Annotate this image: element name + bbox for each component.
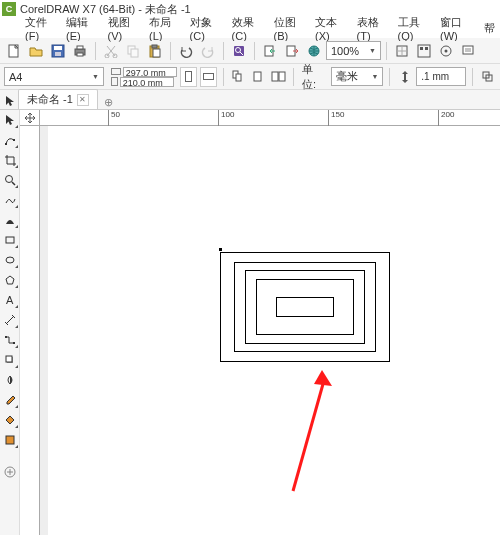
export-button[interactable]	[282, 41, 302, 61]
copy-button[interactable]	[123, 41, 143, 61]
separator	[223, 42, 224, 60]
menu-tools[interactable]: 工具(Q)	[393, 13, 433, 44]
interactive-fill-tool[interactable]	[2, 412, 18, 428]
separator	[472, 68, 473, 86]
canvas-area[interactable]: 50 100 150 200	[20, 110, 500, 535]
svg-point-43	[6, 257, 14, 263]
facing-pages-icon[interactable]	[270, 68, 287, 86]
paper-size-value: A4	[9, 71, 22, 83]
undo-button[interactable]	[176, 41, 196, 61]
selection-handle[interactable]	[219, 248, 222, 251]
menu-help[interactable]: 帮	[479, 19, 500, 38]
transparency-tool[interactable]	[2, 372, 18, 388]
freehand-tool[interactable]	[2, 192, 18, 208]
menu-bar: 文件(F) 编辑(E) 视图(V) 布局(L) 对象(C) 效果(C) 位图(B…	[0, 18, 500, 38]
tab-label: 未命名 -1	[27, 92, 73, 107]
menu-effects[interactable]: 效果(C)	[227, 13, 267, 44]
drawn-objects[interactable]	[220, 252, 390, 362]
tab-close-button[interactable]: ✕	[77, 94, 89, 106]
rectangle-inner[interactable]	[276, 297, 334, 317]
ruler-tick: 150	[328, 110, 344, 126]
zoom-value: 100%	[331, 45, 359, 57]
publish-button[interactable]	[304, 41, 324, 61]
smart-fill-tool[interactable]	[2, 432, 18, 448]
parallel-dimension-tool[interactable]	[2, 312, 18, 328]
separator	[254, 42, 255, 60]
drawing-page[interactable]	[48, 126, 500, 535]
svg-rect-51	[6, 356, 12, 362]
svg-rect-2	[54, 46, 62, 50]
menu-window[interactable]: 窗口(W)	[435, 13, 477, 44]
svg-rect-6	[77, 53, 83, 56]
color-eyedropper-tool[interactable]	[2, 392, 18, 408]
save-button[interactable]	[48, 41, 68, 61]
print-button[interactable]	[70, 41, 90, 61]
zoom-tool[interactable]	[2, 172, 18, 188]
new-button[interactable]	[4, 41, 24, 61]
shape-tool[interactable]	[2, 132, 18, 148]
search-button[interactable]	[229, 41, 249, 61]
redo-button[interactable]	[198, 41, 218, 61]
vertical-ruler[interactable]	[20, 126, 40, 535]
paper-size-dropdown[interactable]: A4▼	[4, 67, 104, 86]
paste-button[interactable]	[145, 41, 165, 61]
import-button[interactable]	[260, 41, 280, 61]
open-button[interactable]	[26, 41, 46, 61]
separator	[170, 42, 171, 60]
svg-rect-38	[5, 143, 7, 145]
cut-button[interactable]	[101, 41, 121, 61]
svg-text:A: A	[6, 294, 14, 306]
svg-line-58	[293, 384, 323, 491]
svg-line-45	[6, 316, 14, 324]
separator	[95, 42, 96, 60]
launch-button[interactable]	[436, 41, 456, 61]
svg-rect-13	[153, 49, 160, 57]
snap-button[interactable]	[392, 41, 412, 61]
toolbox: A	[0, 110, 20, 535]
menu-table[interactable]: 表格(T)	[352, 13, 391, 44]
quick-customize-button[interactable]	[2, 464, 18, 480]
svg-marker-59	[314, 370, 332, 386]
width-icon	[111, 68, 121, 75]
text-tool[interactable]: A	[2, 292, 18, 308]
portrait-button[interactable]	[180, 67, 197, 87]
artistic-media-tool[interactable]	[2, 212, 18, 228]
svg-rect-39	[13, 139, 15, 141]
menu-object[interactable]: 对象(C)	[185, 13, 225, 44]
separator	[386, 42, 387, 60]
document-tab[interactable]: 未命名 -1 ✕	[18, 89, 98, 109]
add-tab-button[interactable]: ⊕	[102, 95, 116, 109]
zoom-field[interactable]: 100%▼	[326, 41, 381, 60]
polygon-tool[interactable]	[2, 272, 18, 288]
menu-view[interactable]: 视图(V)	[103, 13, 143, 44]
units-dropdown[interactable]: 毫米▼	[331, 67, 384, 86]
page-height-field[interactable]: 210.0 mm	[120, 77, 174, 87]
ellipse-tool[interactable]	[2, 252, 18, 268]
ruler-origin[interactable]	[20, 110, 40, 126]
menu-layout[interactable]: 布局(L)	[144, 13, 183, 44]
menu-edit[interactable]: 编辑(E)	[61, 13, 101, 44]
workspace: A 50 100 150 200	[0, 110, 500, 535]
rectangle-tool[interactable]	[2, 232, 18, 248]
landscape-button[interactable]	[200, 67, 217, 87]
pick-tool[interactable]	[2, 112, 18, 128]
drop-shadow-tool[interactable]	[2, 352, 18, 368]
current-page-icon[interactable]	[250, 68, 267, 86]
page-width-field[interactable]: 297.0 mm	[123, 67, 177, 77]
nudge-icon	[396, 68, 413, 86]
svg-point-40	[5, 176, 12, 183]
connector-tool[interactable]	[2, 332, 18, 348]
svg-rect-23	[418, 45, 430, 57]
nudge-distance-field[interactable]: .1 mm	[416, 67, 466, 86]
all-pages-icon[interactable]	[230, 68, 247, 86]
chevron-down-icon: ▼	[92, 73, 99, 80]
menu-text[interactable]: 文本(X)	[310, 13, 350, 44]
svg-rect-35	[279, 72, 285, 81]
duplicate-distance-icon[interactable]	[479, 68, 496, 86]
crop-tool[interactable]	[2, 152, 18, 168]
menu-file[interactable]: 文件(F)	[20, 13, 59, 44]
menu-bitmaps[interactable]: 位图(B)	[269, 13, 309, 44]
hint-button[interactable]	[458, 41, 478, 61]
horizontal-ruler[interactable]: 50 100 150 200	[40, 110, 500, 126]
options-button[interactable]	[414, 41, 434, 61]
